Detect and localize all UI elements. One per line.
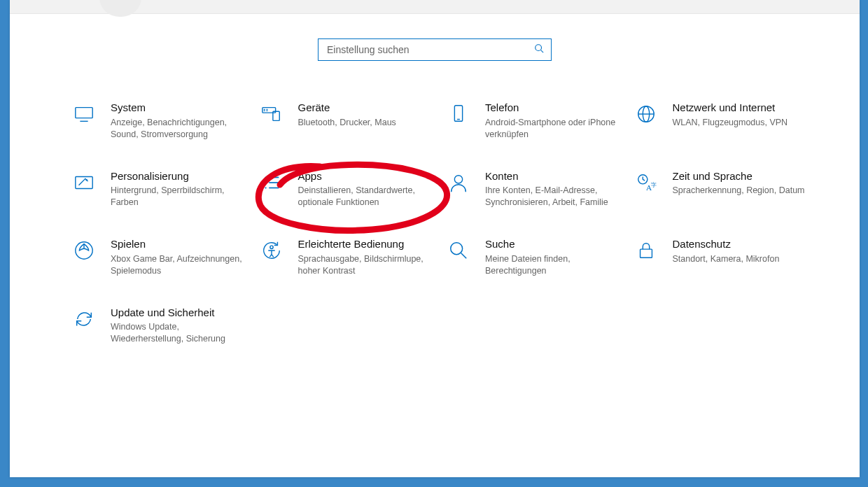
tile-title: Zeit und Sprache [673,170,805,183]
tile-system[interactable]: System Anzeige, Benachrichtigungen, Soun… [73,101,248,141]
tile-desc: Anzeige, Benachrichtigungen, Sound, Stro… [111,117,244,141]
tile-apps[interactable]: Apps Deinstallieren, Standardwerte, opti… [260,170,435,209]
tile-desc: Android-Smartphone oder iPhone verknüpfe… [485,117,618,141]
svg-point-19 [265,181,266,183]
tile-title: Spielen [111,238,244,251]
tile-desc: Hintergrund, Sperrbildschirm, Farben [111,185,244,209]
tile-desc: Standort, Kamera, Mikrofon [673,253,780,265]
search-box[interactable] [318,38,552,61]
time-language-icon: A 字 [635,171,657,194]
tile-konten[interactable]: Konten Ihre Konten, E-Mail-Adresse, Sync… [447,170,622,209]
update-icon [73,308,95,330]
search-icon [534,43,544,56]
tile-telefon[interactable]: Telefon Android-Smartphone oder iPhone v… [447,101,622,141]
accounts-icon [447,171,470,194]
svg-line-31 [461,253,467,259]
gaming-icon [73,239,95,262]
svg-point-23 [454,175,462,183]
svg-point-21 [265,187,266,188]
tile-desc: Deinstallieren, Standardwerte, optionale… [298,185,431,209]
tile-title: Update und Sicherheit [111,306,244,320]
system-icon [73,103,95,125]
svg-point-30 [451,243,463,255]
user-avatar-placeholder [99,0,141,17]
tile-datenschutz[interactable]: Datenschutz Standort, Kamera, Mikrofon [635,238,810,277]
ease-of-access-icon [260,239,283,262]
window-titlebar [10,0,860,14]
svg-point-17 [265,176,266,178]
privacy-icon [635,239,657,262]
svg-rect-32 [640,249,652,257]
tile-suche[interactable]: Suche Meine Dateien finden, Berechtigung… [447,238,622,277]
settings-window: System Anzeige, Benachrichtigungen, Soun… [10,0,860,477]
personalization-icon [73,171,95,194]
svg-rect-15 [76,176,92,188]
svg-rect-4 [262,108,275,113]
tile-desc: Sprachausgabe, Bildschirmlupe, hoher Kon… [298,253,431,277]
tile-title: Suche [485,238,618,251]
tile-netzwerk[interactable]: Netzwerk und Internet WLAN, Flugzeugmodu… [635,101,810,141]
tile-desc: Spracherkennung, Region, Datum [673,185,805,197]
tile-title: Konten [485,170,618,183]
tile-geraete[interactable]: Geräte Bluetooth, Drucker, Maus [260,101,435,141]
tile-title: Telefon [485,101,618,115]
svg-point-16 [86,179,88,181]
svg-rect-2 [76,108,92,118]
tile-zeit-sprache[interactable]: A 字 Zeit und Sprache Spracherkennung, Re… [635,170,810,209]
tile-desc: Bluetooth, Drucker, Maus [298,117,396,129]
tile-desc: Meine Dateien finden, Berechtigungen [485,253,618,277]
svg-text:字: 字 [650,181,656,188]
tile-desc: Windows Update, Wiederherstellung, Siche… [111,321,244,345]
tile-title: Netzwerk und Internet [673,101,788,115]
tile-title: Apps [298,170,431,183]
phone-icon [447,103,470,125]
tile-title: System [111,101,244,115]
tile-spielen[interactable]: Spielen Xbox Game Bar, Aufzeichnungen, S… [73,238,248,277]
search-input[interactable] [326,43,524,56]
tile-desc: Ihre Konten, E-Mail-Adresse, Synchronisi… [485,185,618,209]
tile-title: Personalisierung [111,170,244,183]
devices-icon [260,103,283,125]
tile-update-sicherheit[interactable]: Update und Sicherheit Windows Update, Wi… [73,306,248,346]
tile-title: Datenschutz [673,238,780,251]
tile-title: Geräte [298,101,396,115]
tile-title: Erleichterte Bedienung [298,238,431,251]
tile-personalisierung[interactable]: Personalisierung Hintergrund, Sperrbilds… [73,170,248,209]
svg-line-1 [541,50,544,53]
settings-grid: System Anzeige, Benachrichtigungen, Soun… [73,101,815,345]
svg-point-0 [536,45,542,51]
globe-icon [635,103,657,125]
search-tile-icon [447,239,470,262]
tile-desc: Xbox Game Bar, Aufzeichnungen, Spielemod… [111,253,244,277]
search-container [10,38,860,61]
apps-icon [260,171,283,194]
tile-desc: WLAN, Flugzeugmodus, VPN [673,117,788,129]
tile-erleichterte-bedienung[interactable]: Erleichterte Bedienung Sprachausgabe, Bi… [260,238,435,277]
svg-point-29 [270,246,272,248]
